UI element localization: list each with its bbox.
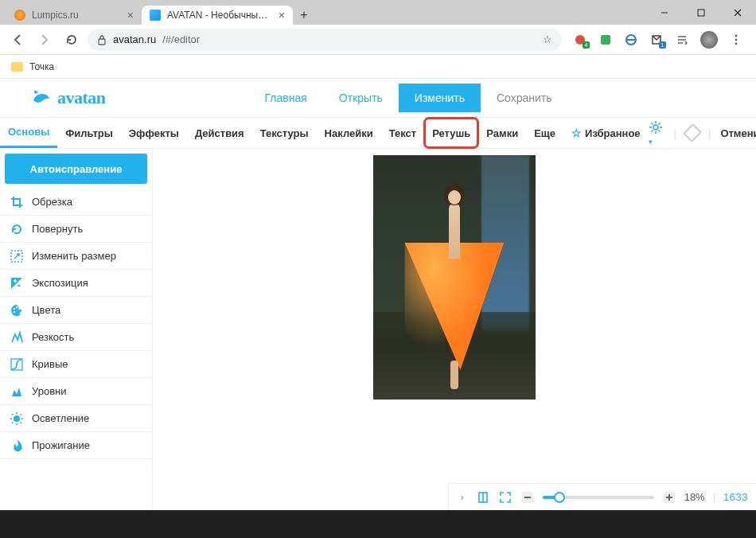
levels-icon (10, 384, 24, 399)
workspace: Автоисправление Обрезка Повернуть Измени… (0, 149, 756, 510)
top-menu: Главная Открыть Изменить Сохранить (249, 84, 568, 112)
reload-button[interactable] (60, 29, 83, 51)
panel-item-levels[interactable]: Уровни (0, 378, 152, 405)
app-root: avatan Главная Открыть Изменить Сохранит… (0, 79, 756, 510)
resize-icon (10, 249, 24, 263)
menu-edit[interactable]: Изменить (399, 84, 481, 112)
bookmark-item[interactable]: Точка (29, 61, 54, 72)
tab-frames[interactable]: Рамки (478, 118, 526, 148)
extension-icons: 4 1 (567, 31, 750, 49)
left-panel: Автоисправление Обрезка Повернуть Измени… (0, 149, 153, 510)
collapse-icon[interactable]: › (457, 491, 468, 503)
tab-basics[interactable]: Основы (0, 118, 57, 148)
svg-point-15 (653, 125, 658, 130)
tab-title: Lumpics.ru (32, 10, 121, 21)
tab-retouch[interactable]: Ретушь (424, 118, 478, 148)
panel-item-label: Обрезка (32, 196, 72, 208)
panel-item-label: Кривые (32, 358, 68, 370)
svg-point-14 (735, 42, 738, 45)
reading-list-icon[interactable] (675, 33, 689, 47)
url-path: /#/editor (162, 33, 200, 45)
fullscreen-icon[interactable] (498, 490, 512, 505)
svg-point-29 (14, 307, 15, 309)
browser-tab-avatan[interactable]: AVATAN - Необычный Фоторед… × (142, 6, 293, 25)
image-dimensions: 1633 (723, 491, 748, 503)
zoom-out-button[interactable] (520, 490, 535, 505)
forward-button[interactable] (33, 29, 56, 51)
bookmark-star-icon[interactable]: ☆ (543, 33, 552, 45)
auto-fix-button[interactable]: Автоисправление (5, 154, 147, 184)
tab-favorites-label: Избранное (585, 127, 641, 139)
layers-icon[interactable] (683, 123, 702, 142)
tab-filters[interactable]: Фильтры (57, 118, 121, 148)
logo[interactable]: avatan (32, 88, 106, 108)
browser-tab-lumpics[interactable]: Lumpics.ru × (6, 6, 142, 25)
panel-item-label: Резкость (32, 331, 74, 343)
panel-item-burn[interactable]: Прожигание (0, 432, 152, 459)
zoom-in-button[interactable] (662, 490, 676, 505)
menu-home[interactable]: Главная (249, 84, 323, 112)
svg-line-21 (658, 130, 660, 131)
svg-rect-1 (698, 10, 704, 16)
close-window-button[interactable] (719, 0, 756, 25)
panel-item-sharpen[interactable]: Резкость (0, 324, 152, 351)
minimize-button[interactable] (646, 0, 683, 25)
window-titlebar: Lumpics.ru × AVATAN - Необычный Фоторед…… (0, 0, 756, 25)
settings-button[interactable]: ▾ (649, 120, 664, 146)
svg-point-30 (16, 306, 18, 307)
svg-point-34 (14, 415, 20, 422)
os-taskbar (0, 510, 756, 538)
new-tab-button[interactable]: + (293, 6, 315, 25)
tab-more[interactable]: Еще (526, 118, 563, 148)
undo-button[interactable]: Отменить (720, 127, 756, 139)
panel-item-resize[interactable]: Изменить размер (0, 243, 152, 270)
menu-open[interactable]: Открыть (323, 84, 399, 112)
panel-item-label: Экспозиция (32, 277, 88, 289)
tab-stickers[interactable]: Наклейки (317, 118, 381, 148)
canvas-image[interactable] (373, 155, 536, 400)
burn-icon (10, 439, 24, 453)
zoom-bar: › 18% | 1633 (448, 483, 756, 510)
canvas-area[interactable]: › 18% | 1633 (153, 149, 756, 510)
svg-line-39 (12, 414, 14, 415)
svg-line-42 (21, 414, 22, 415)
tab-textures[interactable]: Текстуры (252, 118, 317, 148)
profile-avatar[interactable] (700, 31, 718, 49)
zoom-percent: 18% (684, 491, 705, 503)
ext-icon-1[interactable]: 4 (573, 33, 587, 47)
svg-line-20 (651, 123, 653, 124)
svg-line-40 (21, 422, 22, 423)
svg-line-41 (12, 422, 14, 423)
zoom-slider[interactable] (543, 496, 654, 499)
maximize-button[interactable] (683, 0, 719, 25)
tab-effects[interactable]: Эффекты (121, 118, 187, 148)
close-icon[interactable]: × (127, 10, 134, 21)
back-button[interactable] (6, 29, 29, 51)
panel-item-crop[interactable]: Обрезка (0, 189, 152, 216)
ext-icon-3[interactable] (624, 33, 638, 47)
ext-icon-2[interactable] (598, 33, 613, 47)
panel-item-colors[interactable]: Цвета (0, 297, 152, 324)
app-header: avatan Главная Открыть Изменить Сохранит… (0, 79, 756, 117)
panel-item-dodge[interactable]: Осветление (0, 405, 152, 432)
fit-screen-icon[interactable] (476, 490, 490, 505)
tab-text[interactable]: Текст (381, 118, 424, 148)
toolbar-right: ▾ | | Отменить По (649, 120, 756, 146)
tab-title: AVATAN - Необычный Фоторед… (167, 10, 272, 21)
url-host: avatan.ru (113, 33, 156, 45)
panel-item-label: Цвета (32, 304, 60, 316)
panel-item-curves[interactable]: Кривые (0, 351, 152, 378)
panel-item-label: Прожигание (32, 439, 90, 451)
panel-item-exposure[interactable]: Экспозиция (0, 270, 152, 297)
close-icon[interactable]: × (279, 10, 285, 21)
panel-item-rotate[interactable]: Повернуть (0, 216, 152, 243)
omnibox[interactable]: avatan.ru/#/editor ☆ (88, 29, 562, 51)
tab-actions[interactable]: Действия (187, 118, 252, 148)
chevron-down-icon: ▾ (649, 138, 653, 146)
menu-save[interactable]: Сохранить (481, 84, 568, 112)
slider-thumb[interactable] (554, 492, 565, 503)
bookmarks-bar: Точка (0, 55, 756, 79)
tab-favorites[interactable]: ☆Избранное (563, 118, 649, 148)
ext-icon-4[interactable]: 1 (649, 33, 664, 47)
chrome-menu-icon[interactable] (729, 33, 743, 47)
